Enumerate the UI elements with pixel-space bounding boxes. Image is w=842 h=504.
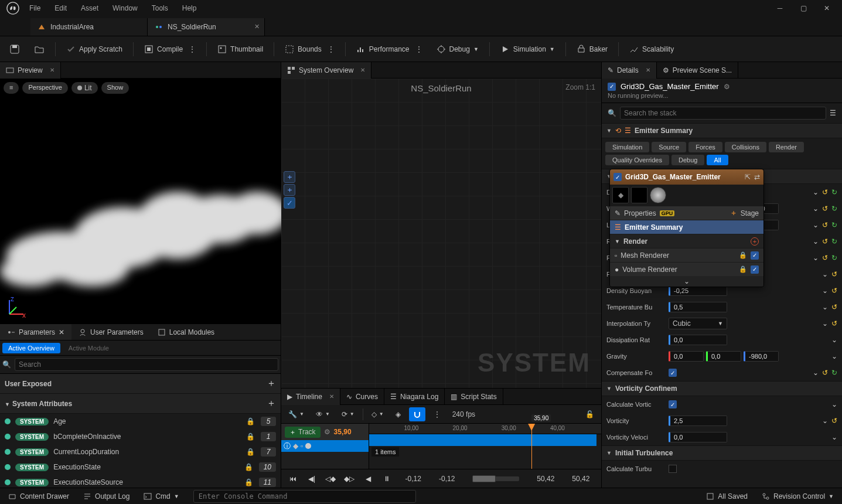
wrench-dropdown[interactable]: 🔧▼ — [285, 408, 308, 421]
simulation-button[interactable]: Simulation ▼ — [495, 40, 561, 59]
emitter-checkbox[interactable]: ✓ — [608, 83, 616, 91]
vorticity-section[interactable]: ▼ Vorticity Confinem — [602, 381, 842, 396]
snap-button[interactable] — [409, 407, 425, 421]
value-input[interactable] — [669, 302, 727, 312]
preview-viewport[interactable]: ≡ Perspective Lit Show — [0, 79, 281, 323]
lit-dropdown[interactable]: Lit — [71, 82, 98, 94]
console-input[interactable] — [193, 490, 416, 503]
step-back-button[interactable]: ◀| — [306, 475, 318, 483]
turbulence-section[interactable]: ▼ Initial Turbulence — [602, 445, 842, 461]
chevron-down-icon[interactable]: ⌄ — [822, 270, 828, 278]
reset-icon[interactable]: ↺ — [822, 188, 828, 196]
params-search-input[interactable] — [15, 358, 278, 371]
reset-icon[interactable]: ↺ — [822, 221, 828, 229]
chevron-down-icon[interactable]: ⌄ — [813, 254, 819, 262]
chevron-down-icon[interactable]: ⌄ — [813, 188, 819, 196]
local-modules-tab[interactable]: Local Modules — [151, 324, 221, 340]
menu-window[interactable]: Window — [105, 2, 145, 15]
filter-debug[interactable]: Debug — [671, 155, 704, 165]
reset-icon[interactable]: ↺ — [831, 270, 837, 278]
reset-icon[interactable]: ↺ — [822, 254, 828, 262]
next-key-button[interactable]: ◆▷ — [343, 475, 355, 483]
key-button[interactable]: ◈ — [392, 408, 404, 421]
menu-help[interactable]: Help — [175, 2, 204, 15]
compile-button[interactable]: Compile ⋮ — [138, 40, 202, 59]
reset-icon[interactable]: ↺ — [822, 205, 828, 213]
chevron-down-icon[interactable]: ⌄ — [813, 369, 819, 377]
output-log-button[interactable]: Output Log — [79, 490, 134, 503]
revision-control-button[interactable]: Revision Control ▼ — [757, 490, 838, 503]
eye-dropdown[interactable]: 👁▼ — [312, 408, 333, 421]
playhead[interactable]: 35,90 — [531, 424, 532, 469]
fps-display[interactable]: 240 fps — [449, 408, 479, 421]
close-tab-icon[interactable]: ✕ — [254, 23, 260, 30]
z-input[interactable] — [744, 351, 779, 362]
bounds-button[interactable]: Bounds ⋮ — [279, 40, 340, 59]
revert-icon[interactable]: ↻ — [831, 237, 837, 246]
snap-options[interactable]: ⋮ — [430, 408, 444, 421]
range-slider[interactable] — [472, 476, 519, 481]
chevron-down-icon[interactable]: ⌄ — [831, 433, 837, 441]
properties-row[interactable]: ✎ Properties GPU ＋Stage — [610, 206, 763, 220]
y-input[interactable] — [706, 351, 741, 362]
revert-icon[interactable]: ↻ — [831, 369, 837, 377]
checkbox[interactable]: ✓ — [669, 400, 677, 408]
performance-button[interactable]: Performance ⋮ — [350, 40, 428, 59]
debug-button[interactable]: Debug ▼ — [431, 40, 485, 59]
emitter-node[interactable]: ✓ Grid3D_Gas_Master_Emitter ⇱ ⇄ ◆ ✎ Prop… — [609, 169, 764, 287]
minimize-button[interactable]: ─ — [768, 0, 792, 16]
close-button[interactable]: ✕ — [815, 0, 838, 16]
reset-icon[interactable]: ↺ — [831, 303, 837, 311]
emitter-thumb[interactable] — [650, 187, 666, 203]
user-parameters-tab[interactable]: User Parameters — [71, 324, 151, 340]
preview-tab[interactable]: Preview ✕ — [0, 62, 61, 79]
popout-icon[interactable]: ⇱ — [745, 173, 751, 181]
chevron-down-icon[interactable]: ⌄ — [822, 287, 828, 295]
prev-key-button[interactable]: ◁◆ — [325, 475, 336, 483]
chevron-down-icon[interactable]: ⌄ — [813, 237, 819, 246]
revert-icon[interactable]: ↻ — [831, 205, 837, 213]
filter-quality-overrides[interactable]: Quality Overrides — [605, 155, 669, 165]
timeline-ruler[interactable]: 10,00 20,00 30,00 40,00 — [369, 424, 601, 434]
reset-icon[interactable]: ⟲ — [615, 127, 621, 135]
show-dropdown[interactable]: Show — [101, 82, 129, 94]
filter-collisions[interactable]: Collisions — [725, 142, 766, 152]
loop-dropdown[interactable]: ⟳▼ — [338, 408, 358, 421]
thumbnail-button[interactable]: Thumbnail — [212, 40, 269, 59]
reset-icon[interactable]: ↺ — [831, 287, 837, 295]
perspective-dropdown[interactable]: Perspective — [22, 82, 67, 94]
content-drawer-button[interactable]: Content Drawer — [4, 490, 74, 503]
system-attr-row[interactable]: SYSTEM bCompleteOnInactive 🔒1 — [0, 429, 281, 444]
play-reverse-button[interactable]: ◀ — [362, 475, 374, 483]
system-attributes-header[interactable]: ▼System Attributes ＋ — [0, 394, 281, 414]
emitter-summary-section[interactable]: ▼ ⟲ ☰ Emitter Summary — [602, 123, 842, 138]
file-tab-soldier[interactable]: NS_SoldierRun ✕ — [148, 18, 265, 36]
add-stage-icon[interactable]: ＋ — [730, 208, 737, 218]
unlock-icon[interactable]: 🔓 — [582, 408, 598, 421]
add-tool-icon[interactable]: ＋ — [284, 184, 295, 196]
browse-button[interactable] — [28, 40, 50, 59]
emitter-thumb[interactable] — [631, 187, 647, 203]
menu-asset[interactable]: Asset — [74, 2, 105, 15]
volume-renderer-row[interactable]: ● Volume Renderer 🔒✓ — [610, 262, 763, 276]
cmd-dropdown[interactable]: Cmd ▼ — [139, 490, 183, 503]
save-button[interactable] — [4, 40, 26, 59]
close-icon[interactable]: ✕ — [360, 67, 365, 73]
active-module-button[interactable]: Active Module — [63, 343, 115, 353]
menu-tools[interactable]: Tools — [145, 2, 175, 15]
value-input[interactable] — [669, 335, 727, 345]
value-input[interactable] — [669, 432, 727, 442]
reset-icon[interactable]: ↺ — [831, 319, 837, 328]
revert-icon[interactable]: ↻ — [831, 221, 837, 229]
details-tab[interactable]: ✎ Details ✕ — [602, 62, 657, 79]
details-search-input[interactable] — [620, 107, 826, 120]
add-icon[interactable]: + — [751, 237, 759, 246]
add-track-button[interactable]: ＋Track — [285, 427, 321, 438]
system-attr-row[interactable]: SYSTEM ExecutionState 🔒10 — [0, 459, 281, 475]
file-tab-industrial[interactable]: IndustrialArea — [30, 18, 148, 36]
checkbox[interactable]: ✓ — [669, 369, 677, 377]
x-input[interactable] — [669, 351, 704, 362]
active-overview-button[interactable]: Active Overview — [2, 343, 60, 353]
timeline-tab[interactable]: ▶ Timeline ✕ — [281, 389, 340, 405]
renderer-checkbox[interactable]: ✓ — [751, 265, 759, 274]
